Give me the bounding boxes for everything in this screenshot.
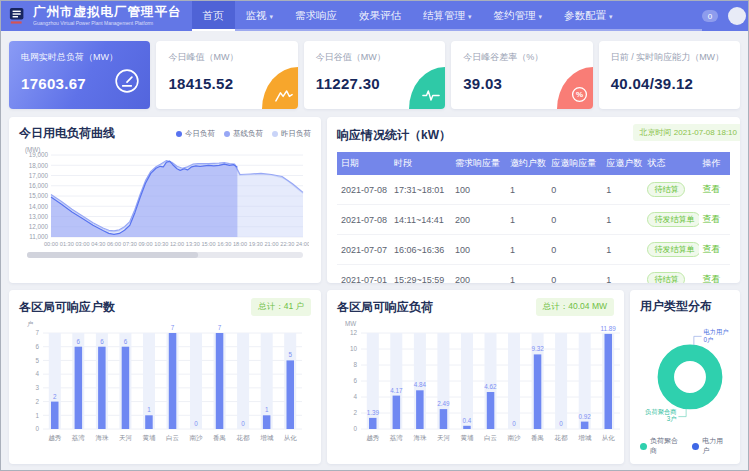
- response-table: 日期 时段 需求响应量 邀约户数 应邀响应量 应邀户数 状态 操作 2021-0: [337, 152, 730, 283]
- svg-text:0: 0: [559, 420, 563, 427]
- load-curve-panel: 今日用电负荷曲线 今日负荷基线负荷昨日负荷 11,00012,00013,000…: [9, 117, 321, 283]
- kpi-label: 电网实时总负荷（MW）: [21, 51, 138, 64]
- svg-text:18:00: 18:00: [233, 241, 247, 247]
- svg-text:荔湾: 荔湾: [72, 434, 86, 442]
- svg-text:12: 12: [350, 329, 358, 336]
- nav-item-contract[interactable]: 签约管理▾: [483, 1, 554, 31]
- svg-text:4.84: 4.84: [414, 381, 427, 388]
- view-link[interactable]: 查看: [703, 274, 721, 283]
- svg-text:海珠: 海珠: [413, 434, 427, 442]
- svg-text:2: 2: [35, 398, 39, 405]
- svg-text:户: 户: [27, 320, 33, 327]
- view-link[interactable]: 查看: [703, 244, 721, 254]
- svg-text:17,000: 17,000: [29, 172, 49, 179]
- nav-item-effect-eval[interactable]: 效果评估: [348, 1, 412, 31]
- response-stats-title: 响应情况统计（kW）: [337, 128, 451, 142]
- svg-text:番禺: 番禺: [531, 434, 544, 442]
- col-invited: 邀约户数: [506, 152, 547, 175]
- svg-text:03:00: 03:00: [76, 241, 90, 247]
- svg-text:14,000: 14,000: [29, 203, 49, 210]
- kpi-card-peak-valley-rate: 今日峰谷差率（%） 39.03 %: [451, 41, 592, 109]
- power-plant-logo-icon: [9, 7, 27, 25]
- kpi-card-row: 电网实时总负荷（MW） 17603.67 今日峰值（MW） 18415.52: [9, 41, 740, 109]
- svg-text:荔湾: 荔湾: [390, 434, 404, 442]
- svg-text:2: 2: [353, 409, 357, 416]
- svg-text:0.4: 0.4: [463, 417, 472, 424]
- kpi-card-peak: 今日峰值（MW） 18415.52: [156, 41, 297, 109]
- legend-dot-icon: [176, 131, 182, 137]
- notification-badge[interactable]: 0: [702, 10, 718, 22]
- svg-text:12,000: 12,000: [29, 223, 49, 230]
- svg-text:南沙: 南沙: [190, 434, 204, 442]
- col-action: 操作: [699, 152, 731, 175]
- svg-text:1: 1: [265, 406, 269, 413]
- svg-text:6: 6: [124, 338, 128, 345]
- svg-text:0: 0: [35, 425, 39, 432]
- svg-text:12:00: 12:00: [170, 241, 184, 247]
- col-date: 日期: [337, 152, 390, 175]
- svg-text:16,000: 16,000: [29, 182, 49, 189]
- svg-text:9.32: 9.32: [531, 345, 544, 352]
- chevron-down-icon: ▾: [270, 13, 274, 20]
- svg-text:MW: MW: [345, 320, 356, 327]
- col-period: 时段: [390, 152, 451, 175]
- nav-item-demand-response[interactable]: 需求响应: [284, 1, 348, 31]
- load-curve-svg[interactable]: 11,00012,00013,00014,00015,00016,00017,0…: [19, 145, 309, 265]
- svg-text:22:30: 22:30: [280, 241, 294, 247]
- legend-item[interactable]: 负荷聚合商: [640, 436, 684, 456]
- svg-text:7: 7: [35, 329, 39, 336]
- user-avatar[interactable]: [728, 7, 746, 25]
- col-demand: 需求响应量: [451, 152, 506, 175]
- svg-text:白云: 白云: [166, 434, 180, 442]
- svg-text:10:30: 10:30: [154, 241, 168, 247]
- svg-text:15:00: 15:00: [202, 241, 216, 247]
- beijing-time-badge: 北京时间 2021-07-08 18:10: [633, 124, 740, 141]
- svg-text:18,000: 18,000: [29, 162, 49, 169]
- svg-text:15,000: 15,000: [29, 192, 49, 199]
- nav-item-params[interactable]: 参数配置▾: [553, 1, 624, 31]
- kpi-label: 今日谷值（MW）: [316, 51, 433, 64]
- legend-item[interactable]: 基线负荷: [224, 129, 263, 139]
- svg-text:19:30: 19:30: [249, 241, 263, 247]
- gauge-icon: [114, 68, 140, 98]
- svg-text:越秀: 越秀: [48, 434, 62, 442]
- svg-text:1: 1: [35, 412, 39, 419]
- main-nav: 首页 监视▾ 需求响应 效果评估 结算管理▾ 签约管理▾ 参数配置▾: [192, 1, 703, 31]
- user-type-title: 用户类型分布: [640, 298, 730, 315]
- svg-text:4: 4: [35, 370, 39, 377]
- percent-gauge-icon: %: [557, 67, 593, 109]
- view-link[interactable]: 查看: [703, 214, 721, 224]
- svg-text:%: %: [576, 90, 583, 99]
- view-link[interactable]: 查看: [703, 184, 721, 194]
- legend-item[interactable]: 今日负荷: [176, 129, 215, 139]
- svg-text:07:30: 07:30: [123, 241, 137, 247]
- table-row: 2021-07-08 17:31~18:01 100 1 0 1 待结算 查看: [337, 175, 730, 205]
- table-row: 2021-07-08 14:11~14:41 200 1 0 1 待发结算单 查…: [337, 205, 730, 235]
- kpi-label: 今日峰谷差率（%）: [463, 51, 580, 64]
- svg-text:3: 3: [35, 384, 39, 391]
- kpi-label: 今日峰值（MW）: [168, 51, 285, 64]
- nav-item-home[interactable]: 首页: [192, 1, 235, 31]
- svg-text:6: 6: [77, 338, 81, 345]
- legend-dot-icon: [224, 131, 230, 137]
- svg-text:2: 2: [53, 393, 57, 400]
- svg-text:增城: 增城: [577, 434, 592, 442]
- svg-text:13:30: 13:30: [186, 241, 200, 247]
- user-type-donut-svg: 电力用户0户负荷聚合商3户: [640, 317, 740, 435]
- kpi-card-valley: 今日谷值（MW） 11227.30: [304, 41, 445, 109]
- col-resp-users: 应邀户数: [602, 152, 643, 175]
- nav-item-settlement[interactable]: 结算管理▾: [412, 1, 483, 31]
- svg-text:0: 0: [241, 420, 245, 427]
- svg-text:00:00: 00:00: [44, 241, 58, 247]
- legend-item[interactable]: 昨日负荷: [272, 129, 311, 139]
- district-users-svg[interactable]: 01234567户2越秀6荔湾6海珠6天河1黄埔7白云0南沙7番禺0花都1增城5…: [19, 319, 307, 455]
- svg-text:从化: 从化: [602, 434, 616, 442]
- kpi-card-realtime-load: 电网实时总负荷（MW） 17603.67: [9, 41, 150, 109]
- svg-text:01:30: 01:30: [60, 241, 74, 247]
- table-header-row: 日期 时段 需求响应量 邀约户数 应邀响应量 应邀户数 状态 操作: [337, 152, 730, 175]
- legend-item[interactable]: 电力用户: [692, 436, 730, 456]
- nav-item-monitor[interactable]: 监视▾: [235, 1, 285, 31]
- top-navbar: 广州市虚拟电厂管理平台 Guangzhou Virtual Power Plan…: [1, 1, 748, 31]
- legend-dot-icon: [272, 131, 278, 137]
- district-load-svg[interactable]: 024681012MW1.39越秀4.17荔湾4.84海珠2.49天河0.4黄埔…: [337, 319, 624, 455]
